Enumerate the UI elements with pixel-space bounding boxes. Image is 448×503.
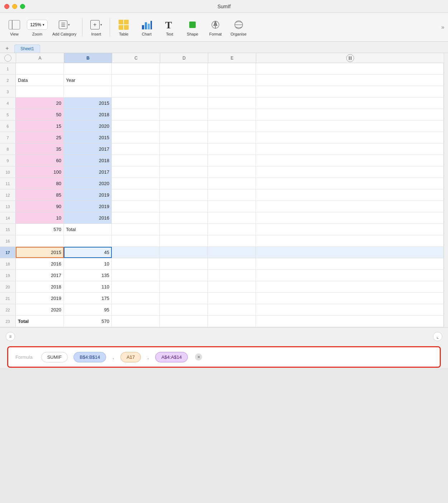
cell-a7[interactable]: 25 bbox=[16, 132, 64, 143]
cell-c13[interactable] bbox=[112, 201, 160, 212]
cell-d16[interactable] bbox=[160, 235, 208, 246]
cell-e14[interactable] bbox=[208, 212, 256, 224]
vertical-scrollbar[interactable] bbox=[444, 53, 448, 327]
cell-c16[interactable] bbox=[112, 235, 160, 246]
cell-e18[interactable] bbox=[208, 258, 256, 269]
cell-a17[interactable]: 2015 bbox=[16, 247, 64, 258]
cell-e9[interactable] bbox=[208, 155, 256, 166]
cell-b6[interactable]: 2020 bbox=[64, 121, 112, 132]
cell-e2[interactable] bbox=[208, 75, 256, 86]
cell-e17[interactable] bbox=[208, 247, 256, 258]
minimize-button[interactable] bbox=[12, 4, 17, 9]
formula-arg1[interactable]: B$4:B$14 bbox=[73, 352, 106, 362]
cell-a16[interactable] bbox=[16, 235, 64, 246]
add-category-tool[interactable]: ☰ ▾ Add Category bbox=[49, 16, 79, 38]
expand-button[interactable]: ≡ bbox=[6, 332, 15, 341]
cell-e8[interactable] bbox=[208, 144, 256, 155]
cell-b17[interactable]: 45 bbox=[64, 247, 112, 258]
add-sheet-button[interactable]: + bbox=[3, 44, 11, 53]
cell-e10[interactable] bbox=[208, 166, 256, 178]
cell-e12[interactable] bbox=[208, 189, 256, 201]
cell-d15[interactable] bbox=[160, 224, 208, 235]
cell-e13[interactable] bbox=[208, 201, 256, 212]
cell-c15[interactable] bbox=[112, 224, 160, 235]
cell-a18[interactable]: 2016 bbox=[16, 258, 64, 269]
text-tool[interactable]: T Text bbox=[159, 16, 180, 38]
close-button[interactable] bbox=[4, 4, 9, 9]
cell-b23[interactable]: 570 bbox=[64, 316, 112, 327]
cell-a5[interactable]: 50 bbox=[16, 109, 64, 120]
cell-a12[interactable]: 85 bbox=[16, 189, 64, 201]
cell-c21[interactable] bbox=[112, 293, 160, 304]
cell-a15[interactable]: 570 bbox=[16, 224, 64, 235]
cell-b15[interactable]: Total bbox=[64, 224, 112, 235]
cell-e6[interactable] bbox=[208, 121, 256, 132]
view-tool[interactable]: View bbox=[4, 16, 25, 38]
table-tool[interactable]: Table bbox=[113, 16, 134, 38]
cell-e16[interactable] bbox=[208, 235, 256, 246]
organise-tool[interactable]: Organise bbox=[228, 16, 249, 38]
zoom-value[interactable]: 125% ▾ bbox=[27, 20, 48, 30]
cell-c5[interactable] bbox=[112, 109, 160, 120]
cell-c9[interactable] bbox=[112, 155, 160, 166]
cell-d3[interactable] bbox=[160, 86, 208, 97]
cell-a3[interactable] bbox=[16, 86, 64, 97]
cell-d17[interactable] bbox=[160, 247, 208, 258]
cell-a13[interactable]: 90 bbox=[16, 201, 64, 212]
cell-d23[interactable] bbox=[160, 316, 208, 327]
cell-b22[interactable]: 95 bbox=[64, 304, 112, 315]
cell-c20[interactable] bbox=[112, 281, 160, 292]
cell-d7[interactable] bbox=[160, 132, 208, 143]
format-tool[interactable]: Format bbox=[205, 16, 226, 38]
cell-d8[interactable] bbox=[160, 144, 208, 155]
cell-d21[interactable] bbox=[160, 293, 208, 304]
cell-c8[interactable] bbox=[112, 144, 160, 155]
cell-c4[interactable] bbox=[112, 98, 160, 109]
cell-d13[interactable] bbox=[160, 201, 208, 212]
maximize-button[interactable] bbox=[20, 4, 25, 9]
cell-d6[interactable] bbox=[160, 121, 208, 132]
cell-c11[interactable] bbox=[112, 178, 160, 189]
toolbar-overflow[interactable]: » bbox=[441, 24, 444, 30]
cell-b7[interactable]: 2015 bbox=[64, 132, 112, 143]
cell-a10[interactable]: 100 bbox=[16, 166, 64, 178]
cell-c22[interactable] bbox=[112, 304, 160, 315]
cell-b5[interactable]: 2018 bbox=[64, 109, 112, 120]
formula-arg3[interactable]: A$4:A$14 bbox=[155, 352, 188, 362]
cell-b2[interactable]: Year bbox=[64, 75, 112, 86]
cell-d20[interactable] bbox=[160, 281, 208, 292]
cell-a20[interactable]: 2018 bbox=[16, 281, 64, 292]
cell-d11[interactable] bbox=[160, 178, 208, 189]
resize-button[interactable]: ⌞ bbox=[433, 332, 442, 341]
cell-d5[interactable] bbox=[160, 109, 208, 120]
cell-b9[interactable]: 2018 bbox=[64, 155, 112, 166]
cell-a2[interactable]: Data bbox=[16, 75, 64, 86]
cell-d4[interactable] bbox=[160, 98, 208, 109]
cell-a21[interactable]: 2019 bbox=[16, 293, 64, 304]
formula-close-button[interactable]: ✕ bbox=[195, 353, 202, 361]
cell-b20[interactable]: 110 bbox=[64, 281, 112, 292]
cell-e11[interactable] bbox=[208, 178, 256, 189]
cell-a9[interactable]: 60 bbox=[16, 155, 64, 166]
cell-b10[interactable]: 2017 bbox=[64, 166, 112, 178]
cell-b14[interactable]: 2016 bbox=[64, 212, 112, 224]
cell-e22[interactable] bbox=[208, 304, 256, 315]
cell-a14[interactable]: 10 bbox=[16, 212, 64, 224]
cell-b21[interactable]: 175 bbox=[64, 293, 112, 304]
cell-d22[interactable] bbox=[160, 304, 208, 315]
formula-arg2[interactable]: A17 bbox=[120, 352, 141, 362]
cell-a8[interactable]: 35 bbox=[16, 144, 64, 155]
cell-d9[interactable] bbox=[160, 155, 208, 166]
cell-b4[interactable]: 2015 bbox=[64, 98, 112, 109]
cell-b12[interactable]: 2019 bbox=[64, 189, 112, 201]
zoom-tool[interactable]: 125% ▾ Zoom bbox=[27, 16, 48, 38]
cell-e7[interactable] bbox=[208, 132, 256, 143]
cell-d10[interactable] bbox=[160, 166, 208, 178]
cell-c14[interactable] bbox=[112, 212, 160, 224]
cell-c1[interactable] bbox=[112, 63, 160, 74]
cell-d19[interactable] bbox=[160, 270, 208, 281]
shape-tool[interactable]: Shape bbox=[182, 16, 203, 38]
cell-b18[interactable]: 10 bbox=[64, 258, 112, 269]
cell-a4[interactable]: 20 bbox=[16, 98, 64, 109]
sheet-tab-sheet1[interactable]: Sheet1 bbox=[14, 44, 40, 53]
